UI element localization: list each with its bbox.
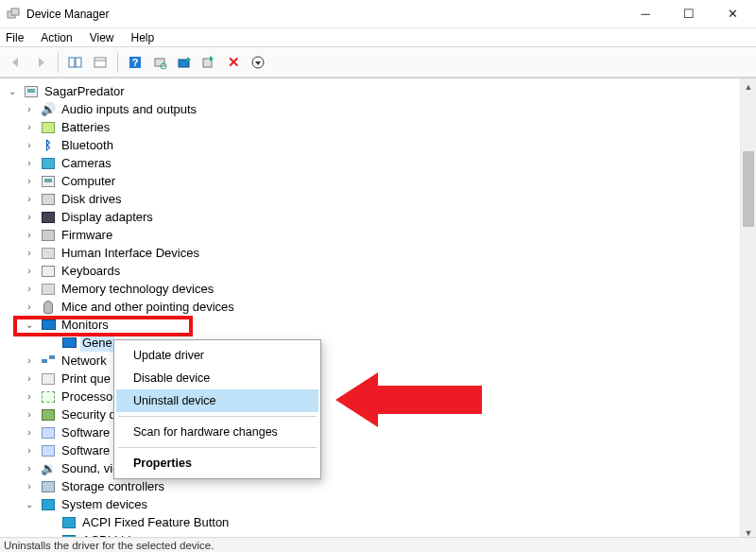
node-label: Audio inputs and outputs xyxy=(60,100,198,118)
monitor-icon xyxy=(61,336,77,351)
expand-icon[interactable]: › xyxy=(23,444,36,457)
window-title: Device Manager xyxy=(26,8,624,21)
mouse-icon xyxy=(41,300,56,315)
computer-icon xyxy=(41,174,56,189)
minimize-button[interactable]: ─ xyxy=(624,0,667,28)
scroll-up-button[interactable]: ▲ xyxy=(741,78,756,95)
properties-button[interactable] xyxy=(90,52,111,73)
ctx-properties[interactable]: Properties xyxy=(116,452,318,474)
ctx-separator xyxy=(118,416,317,417)
forward-button[interactable] xyxy=(30,52,51,73)
node-label: Display adapters xyxy=(60,208,155,226)
system-icon xyxy=(61,515,77,530)
network-icon xyxy=(41,354,56,369)
app-icon xyxy=(6,7,21,22)
tree-node-audio[interactable]: ›🔊Audio inputs and outputs xyxy=(6,100,756,118)
expand-icon[interactable]: › xyxy=(23,265,36,278)
expand-icon[interactable]: ⌄ xyxy=(23,498,36,511)
context-menu: Update driver Disable device Uninstall d… xyxy=(113,339,321,479)
ctx-uninstall-device[interactable]: Uninstall device xyxy=(116,389,318,412)
scroll-track[interactable] xyxy=(741,95,756,525)
tree-node-monitors[interactable]: ⌄Monitors xyxy=(6,316,756,334)
maximize-button[interactable]: ☐ xyxy=(667,0,711,28)
help-button[interactable]: ? xyxy=(125,52,146,73)
update-driver-button[interactable] xyxy=(174,52,195,73)
expand-icon[interactable]: › xyxy=(23,408,36,422)
node-label: Batteries xyxy=(60,118,112,136)
menu-view[interactable]: View xyxy=(88,30,116,45)
bluetooth-icon: ᛒ xyxy=(41,138,56,153)
tree-node-computer[interactable]: ›Computer xyxy=(6,172,756,190)
tree-node-batteries[interactable]: ›Batteries xyxy=(6,118,756,136)
svg-rect-1 xyxy=(11,9,19,15)
tree-node-disk[interactable]: ›Disk drives xyxy=(6,190,756,208)
expand-icon[interactable]: › xyxy=(23,211,36,224)
ctx-scan-hardware[interactable]: Scan for hardware changes xyxy=(116,421,318,443)
battery-icon xyxy=(41,120,56,135)
svg-marker-17 xyxy=(255,61,261,65)
scroll-thumb[interactable] xyxy=(743,151,754,227)
expand-icon[interactable]: › xyxy=(23,139,36,152)
camera-icon xyxy=(41,156,56,171)
node-label: Human Interface Devices xyxy=(60,244,201,262)
menu-help[interactable]: Help xyxy=(129,30,157,45)
ctx-disable-device[interactable]: Disable device xyxy=(116,367,318,389)
expand-icon[interactable]: › xyxy=(23,462,36,475)
disable-device-button[interactable] xyxy=(198,52,219,73)
tree-node-bluetooth[interactable]: ›ᛒBluetooth xyxy=(6,136,756,154)
expand-icon[interactable]: › xyxy=(23,301,36,314)
ctx-update-driver[interactable]: Update driver xyxy=(116,344,318,367)
expand-icon[interactable]: › xyxy=(23,426,36,440)
expand-icon[interactable]: › xyxy=(23,157,36,170)
expand-icon[interactable]: ⌄ xyxy=(6,85,19,98)
tree-node-display[interactable]: ›Display adapters xyxy=(6,208,756,226)
close-button[interactable]: ✕ xyxy=(711,0,754,28)
expand-icon[interactable]: › xyxy=(23,121,36,134)
menu-action[interactable]: Action xyxy=(39,30,74,45)
tree-node-keyboards[interactable]: ›Keyboards xyxy=(6,262,756,280)
root-node[interactable]: ⌄ SagarPredator xyxy=(6,82,756,100)
back-button[interactable] xyxy=(6,52,26,73)
expand-icon[interactable]: › xyxy=(23,480,36,493)
expand-icon[interactable]: ⌄ xyxy=(23,319,36,332)
keyboard-icon xyxy=(41,264,56,279)
node-label: Gene xyxy=(80,334,114,352)
node-label: Memory technology devices xyxy=(60,280,215,298)
svg-rect-10 xyxy=(155,59,164,66)
expand-icon[interactable]: › xyxy=(23,283,36,296)
tree-node-system-devices[interactable]: ⌄System devices xyxy=(6,495,756,513)
tree-node-storage[interactable]: ›Storage controllers xyxy=(6,477,756,495)
node-label: System devices xyxy=(60,495,149,513)
tree-node-hid[interactable]: ›Human Interface Devices xyxy=(6,244,756,262)
expand-icon[interactable]: › xyxy=(23,103,36,116)
tree-node-acpi-ffb[interactable]: ›ACPI Fixed Feature Button xyxy=(6,513,756,531)
expand-icon[interactable]: › xyxy=(23,175,36,188)
vertical-scrollbar[interactable]: ▲ ▼ xyxy=(740,78,756,541)
expand-icon[interactable]: › xyxy=(23,354,36,368)
node-label: Security d xyxy=(60,405,118,423)
window-controls: ─ ☐ ✕ xyxy=(624,0,754,28)
tree-node-firmware[interactable]: ›Firmware xyxy=(6,226,756,244)
node-label: Keyboards xyxy=(60,262,122,280)
software-icon xyxy=(41,425,56,440)
down-arrow-button[interactable] xyxy=(248,52,268,73)
menu-file[interactable]: File xyxy=(4,30,26,45)
toolbar-separator xyxy=(58,52,59,73)
expand-icon[interactable]: › xyxy=(23,193,36,206)
tree-node-cameras[interactable]: ›Cameras xyxy=(6,154,756,172)
show-hide-console-button[interactable] xyxy=(65,52,86,73)
scan-hardware-button[interactable] xyxy=(149,52,170,73)
firmware-icon xyxy=(41,228,56,243)
processor-icon xyxy=(41,389,56,405)
tree-node-memtech[interactable]: ›Memory technology devices xyxy=(6,280,756,298)
security-icon xyxy=(41,407,56,423)
uninstall-device-button[interactable]: ✕ xyxy=(223,52,244,73)
expand-icon[interactable]: › xyxy=(23,247,36,260)
svg-rect-6 xyxy=(94,58,106,67)
expand-icon[interactable]: › xyxy=(23,372,36,386)
expand-icon[interactable]: › xyxy=(23,229,36,242)
svg-text:?: ? xyxy=(132,57,139,68)
expand-icon[interactable]: › xyxy=(23,390,36,404)
menubar: File Action View Help xyxy=(0,28,756,47)
tree-node-mice[interactable]: ›Mice and other pointing devices xyxy=(6,298,756,316)
